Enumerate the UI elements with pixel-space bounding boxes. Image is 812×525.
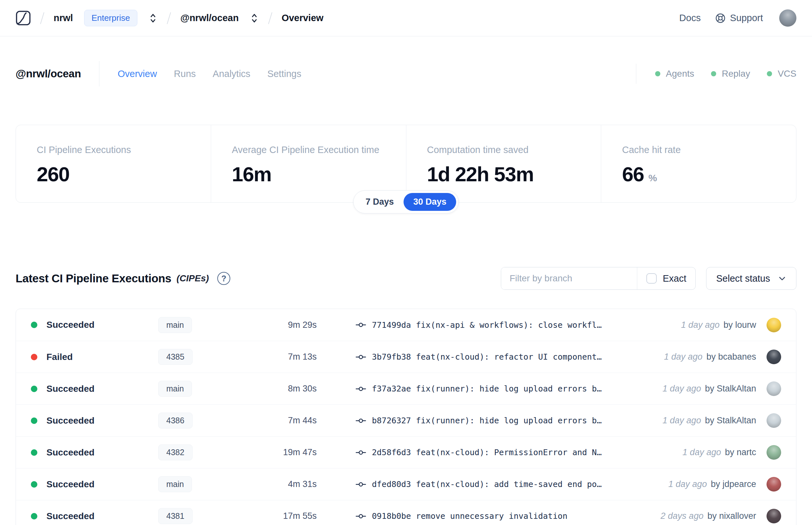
commit-hash: 0918b0be [372,511,411,521]
filter-controls: Exact Select status [501,267,796,290]
docs-link[interactable]: Docs [679,13,701,24]
git-commit-icon [356,352,366,362]
branch-badge[interactable]: main [158,317,192,333]
help-icon[interactable]: ? [217,272,230,285]
commit-text[interactable]: 0918b0be remove unnecessary invalidation [372,511,567,521]
branch-badge[interactable]: 4382 [158,445,193,460]
support-link[interactable]: Support [715,13,763,24]
commit-message: fix(runner): hide log upload errors b… [416,384,601,393]
status-label: Succeeded [46,320,94,330]
commit-hash: dfed80d3 [372,480,411,489]
duration: 7m 44s [256,416,317,425]
tab-settings[interactable]: Settings [267,69,302,79]
branch-badge[interactable]: main [158,476,192,492]
service-agents[interactable]: Agents [655,69,694,79]
branch-filter-input[interactable] [501,267,637,289]
commit-cell: dfed80d3 feat(nx-cloud): add time-saved … [317,479,669,490]
branch-badge[interactable]: 4385 [158,349,193,365]
commit-text[interactable]: dfed80d3 feat(nx-cloud): add time-saved … [372,480,601,489]
time-ago: 2 days ago [661,511,704,521]
tab-runs[interactable]: Runs [174,69,196,79]
status-label: Succeeded [46,511,94,522]
nx-cloud-logo[interactable] [16,10,31,26]
chevron-down-icon [778,274,786,283]
status-cell: Succeeded [31,447,158,458]
breadcrumb-workspace[interactable]: @nrwl/ocean [180,13,239,24]
git-commit-icon [356,447,366,458]
tab-overview[interactable]: Overview [118,69,157,79]
status-cell: Succeeded [31,511,158,522]
breadcrumb: nrwl Enterprise @nrwl/ocean Overview [16,10,323,26]
commit-cell: 2d58f6d3 feat(nx-cloud): PermissionError… [317,447,683,458]
exact-checkbox[interactable] [646,273,657,284]
cipes-table: Succeeded main 9m 29s 771499da fix(nx-ap… [16,309,796,525]
enterprise-badge[interactable]: Enterprise [84,10,138,26]
commit-hash: f37a32ae [372,384,411,393]
status-select-label: Select status [716,273,770,284]
range-option-30-days[interactable]: 30 Days [403,193,456,211]
author: by StalkAltan [705,416,756,425]
table-row[interactable]: Succeeded 4382 19m 47s 2d58f6d3 feat(nx-… [16,436,796,468]
status-dot-icon [31,354,37,360]
git-commit-icon [356,479,366,490]
commit-text[interactable]: 3b79fb38 feat(nx-cloud): refactor UI com… [372,352,601,362]
author: by lourw [723,320,756,330]
status-cell: Succeeded [31,384,158,394]
status-select[interactable]: Select status [706,267,796,290]
workspace-selector-icon[interactable] [250,13,259,23]
duration: 9m 29s [256,320,317,330]
branch-badge[interactable]: 4381 [158,508,193,524]
tab-analytics[interactable]: Analytics [213,69,250,79]
breadcrumb-separator [268,12,272,24]
date-range-toggle: 7 Days 30 Days [353,190,459,213]
meta-cell: 1 day ago by jdpearce [669,477,781,492]
table-row[interactable]: Succeeded main 8m 30s f37a32ae fix(runne… [16,373,796,404]
branch-badge[interactable]: 4386 [158,412,193,429]
support-link-label: Support [730,13,763,24]
lifebuoy-icon [715,13,726,24]
time-ago: 1 day ago [681,320,720,330]
branch-cell: main [158,317,256,333]
service-replay[interactable]: Replay [711,69,750,79]
branch-cell: 4386 [158,412,256,429]
divider [99,61,99,86]
git-commit-icon [356,320,366,330]
commit-message: feat(nx-cloud): add time-saved end po… [416,480,601,489]
stat-label: CI Pipeline Executions [37,145,190,155]
commit-text[interactable]: f37a32ae fix(runner): hide log upload er… [372,384,601,393]
commit-text[interactable]: 771499da fix(nx-api & workflows): close … [372,320,601,330]
workspace-header: @nrwl/ocean Overview Runs Analytics Sett… [0,61,812,86]
divider [636,64,636,84]
service-status-list: Agents Replay VCS [618,64,796,84]
service-vcs[interactable]: VCS [767,69,796,79]
author: by nartc [725,447,756,457]
commit-hash: 3b79fb38 [372,352,411,362]
table-row[interactable]: Succeeded main 4m 31s dfed80d3 feat(nx-c… [16,468,796,500]
duration: 17m 55s [256,511,317,521]
commit-hash: b8726327 [372,416,411,425]
branch-badge[interactable]: main [158,381,192,397]
table-row[interactable]: Succeeded 4386 7m 44s b8726327 fix(runne… [16,404,796,436]
status-dot-icon [31,418,37,424]
author: by StalkAltan [705,384,756,394]
breadcrumb-org[interactable]: nrwl [53,13,73,24]
avatar [767,381,781,396]
duration: 4m 31s [256,479,317,489]
meta-cell: 2 days ago by nixallover [661,509,781,523]
user-avatar[interactable] [779,10,796,27]
commit-message: feat(nx-cloud): PermissionError and N… [416,448,601,457]
commit-message: feat(nx-cloud): refactor UI component… [416,352,601,362]
table-row[interactable]: Failed 4385 7m 13s 3b79fb38 feat(nx-clou… [16,341,796,373]
commit-cell: 0918b0be remove unnecessary invalidation [317,511,661,522]
commit-text[interactable]: 2d58f6d3 feat(nx-cloud): PermissionError… [372,448,601,457]
git-commit-icon [356,384,366,394]
table-row[interactable]: Succeeded 4381 17m 55s 0918b0be remove u… [16,500,796,525]
exact-toggle[interactable]: Exact [637,273,695,284]
range-option-7-days[interactable]: 7 Days [356,193,403,211]
org-selector-icon[interactable] [149,13,157,23]
avatar [767,349,781,364]
duration: 7m 13s [256,352,317,362]
workspace-name: @nrwl/ocean [16,68,81,80]
table-row[interactable]: Succeeded main 9m 29s 771499da fix(nx-ap… [16,309,796,341]
commit-text[interactable]: b8726327 fix(runner): hide log upload er… [372,416,601,425]
